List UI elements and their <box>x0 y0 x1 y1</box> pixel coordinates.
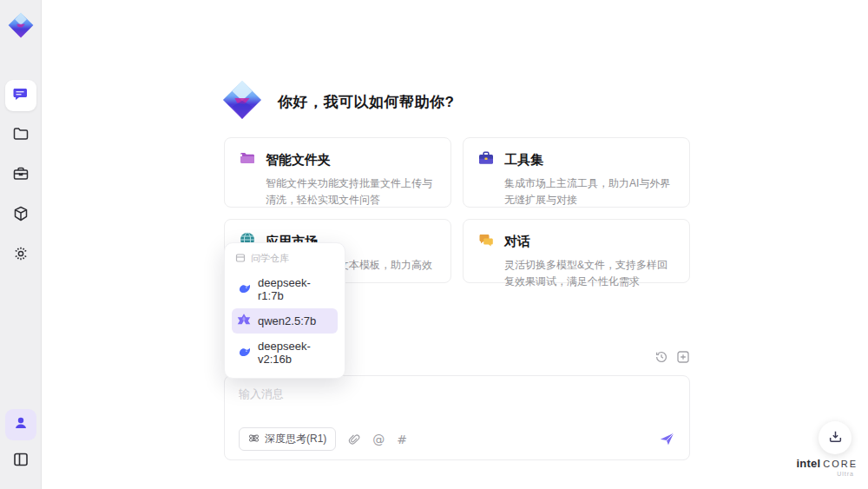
briefcase-icon <box>12 165 30 186</box>
hash-icon[interactable]: # <box>397 433 407 446</box>
intel-wordmark: intel <box>796 458 820 469</box>
panel-icon <box>12 451 30 472</box>
model-dropdown: 问学仓库 deepseek-r1:7b qwen2.5:7b deepseek-… <box>224 242 345 379</box>
sidebar-item-toolset[interactable] <box>5 160 36 191</box>
atom-icon <box>248 433 260 446</box>
app-logo-gem <box>6 10 36 40</box>
new-chat-icon[interactable] <box>676 350 690 364</box>
download-button[interactable] <box>819 421 852 454</box>
dropdown-item-deepseek-v2[interactable]: deepseek-v2:16b <box>232 335 338 370</box>
sidebar-item-chat[interactable] <box>5 80 36 111</box>
card-toolset[interactable]: 工具集 集成市场上主流工具，助力AI与外界无缝扩展与对接 <box>463 137 690 208</box>
greeting: 你好，我可以如何帮助你? <box>222 80 454 123</box>
at-circle-icon[interactable]: @ <box>372 433 385 446</box>
deep-think-toggle[interactable]: 深度思考(R1) <box>239 427 336 451</box>
card-desc: 智能文件夹功能支持批量文件上传与清洗，轻松实现文件问答 <box>266 175 437 208</box>
card-smart-folder[interactable]: 智能文件夹 智能文件夹功能支持批量文件上传与清洗，轻松实现文件问答 <box>224 137 451 208</box>
folder-purple-icon <box>239 149 256 170</box>
paperclip-icon[interactable] <box>348 433 360 446</box>
chat-icon <box>12 85 30 106</box>
sidebar-item-files[interactable] <box>5 120 36 151</box>
gear-icon <box>12 245 30 266</box>
deepseek-whale-icon <box>237 281 251 298</box>
send-icon[interactable] <box>659 431 675 447</box>
page-title: 你好，我可以如何帮助你? <box>278 92 454 112</box>
repository-icon <box>235 253 246 265</box>
main-content: 你好，我可以如何帮助你? 智能文件夹 智能文件夹功能支持批量文件上传与清洗，轻松… <box>43 0 868 489</box>
card-desc: 灵活切换多模型&文件，支持多样回复效果调试，满足个性化需求 <box>504 257 675 289</box>
history-icon[interactable] <box>654 350 668 364</box>
sidebar-item-models[interactable] <box>5 200 36 231</box>
sidebar-item-account[interactable] <box>5 409 36 440</box>
sidebar <box>0 0 42 489</box>
chat-yellow-icon <box>477 231 495 252</box>
sidebar-item-collapse[interactable] <box>5 446 36 477</box>
ultra-label: Ultra <box>796 471 858 477</box>
card-title: 工具集 <box>504 152 543 169</box>
message-input[interactable] <box>239 387 675 427</box>
greeting-logo-gem <box>222 80 262 123</box>
user-icon <box>13 415 29 434</box>
card-title: 智能文件夹 <box>266 152 331 169</box>
core-wordmark: CORE <box>823 459 858 469</box>
deepseek-whale-icon <box>237 345 251 361</box>
sidebar-bottom <box>5 409 36 477</box>
composer: 深度思考(R1) @ # <box>224 375 690 460</box>
composer-toolbar: 深度思考(R1) @ # <box>239 427 675 451</box>
cube-icon <box>12 205 30 226</box>
dropdown-header: 问学仓库 <box>232 249 338 270</box>
card-dialogue[interactable]: 对话 灵活切换多模型&文件，支持多样回复效果调试，满足个性化需求 <box>463 219 690 283</box>
deep-think-label: 深度思考(R1) <box>265 432 326 446</box>
folder-icon <box>12 125 30 146</box>
qwen-logo-icon <box>237 313 251 329</box>
card-desc: 集成市场上主流工具，助力AI与外界无缝扩展与对接 <box>504 175 675 208</box>
intel-core-badge: intel CORE Ultra <box>796 458 858 477</box>
dropdown-item-deepseek-r1[interactable]: deepseek-r1:7b <box>232 272 338 307</box>
card-title: 对话 <box>504 234 530 250</box>
download-icon <box>828 429 843 447</box>
sidebar-nav <box>5 80 36 271</box>
dropdown-item-qwen[interactable]: qwen2.5:7b <box>232 308 338 334</box>
sidebar-item-settings[interactable] <box>5 240 36 271</box>
briefcase-indigo-icon <box>477 149 495 170</box>
